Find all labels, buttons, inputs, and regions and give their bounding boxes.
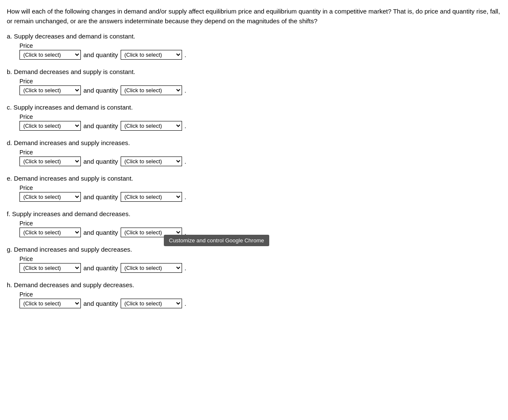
part-c-price-select[interactable]: (Click to select) rises falls remains un… [19, 121, 81, 131]
and-text-a: and quantity [83, 51, 118, 58]
part-d-label: d. Demand increases and supply increases… [7, 139, 501, 146]
part-e-selects: (Click to select) rises falls remains un… [19, 192, 501, 202]
and-text-d: and quantity [83, 158, 118, 165]
part-g-selects: (Click to select) rises falls remains un… [19, 263, 501, 273]
part-h-quantity-select[interactable]: (Click to select) rises falls remains un… [121, 299, 182, 308]
part-e-price-select[interactable]: (Click to select) rises falls remains un… [19, 192, 81, 202]
price-label-e: Price [19, 184, 501, 191]
question-text: How will each of the following changes i… [7, 7, 501, 26]
part-g-price-select[interactable]: (Click to select) rises falls remains un… [19, 263, 81, 273]
period-f: . [185, 229, 186, 236]
period-e: . [185, 193, 186, 200]
part-g-label: g. Demand increases and supply decreases… [7, 246, 501, 253]
part-h-label: h. Demand decreases and supply decreases… [7, 281, 501, 288]
price-label-h: Price [19, 291, 501, 298]
price-label-b: Price [19, 78, 501, 85]
part-d-selects: (Click to select) rises falls remains un… [19, 156, 501, 166]
part-d-price-select[interactable]: (Click to select) rises falls remains un… [19, 156, 81, 166]
part-a-price-select[interactable]: (Click to select) rises falls remains un… [19, 50, 81, 60]
period-a: . [185, 51, 186, 58]
part-a-label: a. Supply decreases and demand is consta… [7, 33, 501, 40]
part-g: g. Demand increases and supply decreases… [7, 246, 501, 273]
part-f-quantity-select[interactable]: (Click to select) rises falls remains un… [121, 228, 182, 237]
part-c: c. Supply increases and demand is consta… [7, 104, 501, 131]
part-h-selects: (Click to select) rises falls remains un… [19, 299, 501, 308]
period-g: . [185, 264, 186, 272]
part-b-label: b. Demand decreases and supply is consta… [7, 68, 501, 75]
part-h: h. Demand decreases and supply decreases… [7, 281, 501, 308]
part-b-quantity-select[interactable]: (Click to select) rises falls remains un… [121, 85, 182, 95]
and-text-h: and quantity [83, 300, 118, 307]
part-e: e. Demand increases and supply is consta… [7, 175, 501, 202]
and-text-g: and quantity [83, 264, 118, 272]
price-label-f: Price [19, 220, 501, 227]
part-c-selects: (Click to select) rises falls remains un… [19, 121, 501, 131]
part-f: f. Supply increases and demand decreases… [7, 210, 501, 237]
part-e-label: e. Demand increases and supply is consta… [7, 175, 501, 182]
period-c: . [185, 122, 186, 129]
part-b-price-select[interactable]: (Click to select) rises falls remains un… [19, 85, 81, 95]
part-c-quantity-select[interactable]: (Click to select) rises falls remains un… [121, 121, 182, 131]
part-d: d. Demand increases and supply increases… [7, 139, 501, 166]
and-text-b: and quantity [83, 87, 118, 94]
part-a-quantity-select[interactable]: (Click to select) rises falls remains un… [121, 50, 182, 60]
period-b: . [185, 87, 186, 94]
and-text-c: and quantity [83, 122, 118, 129]
part-b: b. Demand decreases and supply is consta… [7, 68, 501, 95]
and-text-f: and quantity [83, 229, 118, 236]
part-d-quantity-select[interactable]: (Click to select) rises falls remains un… [121, 156, 182, 166]
price-label-a: Price [19, 42, 501, 49]
and-text-e: and quantity [83, 193, 118, 200]
period-h: . [185, 300, 186, 307]
question-container: How will each of the following changes i… [7, 7, 501, 308]
part-a: a. Supply decreases and demand is consta… [7, 33, 501, 60]
part-e-quantity-select[interactable]: (Click to select) rises falls remains un… [121, 192, 182, 202]
price-label-d: Price [19, 149, 501, 156]
part-f-price-select[interactable]: (Click to select) rises falls remains un… [19, 228, 81, 237]
part-b-selects: (Click to select) rises falls remains un… [19, 85, 501, 95]
part-f-label: f. Supply increases and demand decreases… [7, 210, 501, 217]
price-label-g: Price [19, 255, 501, 262]
part-c-label: c. Supply increases and demand is consta… [7, 104, 501, 111]
period-d: . [185, 158, 186, 165]
part-a-selects: (Click to select) rises falls remains un… [19, 50, 501, 60]
part-g-quantity-select[interactable]: (Click to select) rises falls remains un… [121, 263, 182, 273]
price-label-c: Price [19, 113, 501, 120]
part-f-selects: (Click to select) rises falls remains un… [19, 228, 501, 237]
part-h-price-select[interactable]: (Click to select) rises falls remains un… [19, 299, 81, 308]
